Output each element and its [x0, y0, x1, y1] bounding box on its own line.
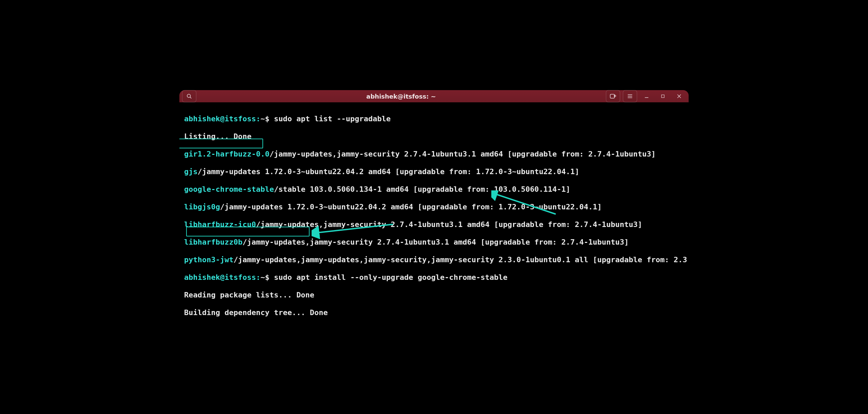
maximize-button[interactable]: [656, 90, 670, 102]
search-button[interactable]: [182, 90, 196, 102]
prompt-sep: :: [256, 115, 260, 123]
terminal-body[interactable]: abhishek@itsfoss:~$ sudo apt list --upgr…: [179, 102, 689, 324]
package-rest: /jammy-updates,jammy-updates,jammy-secur…: [234, 255, 689, 264]
package-name: libgjs0g: [184, 203, 220, 211]
prompt-symbol: $: [265, 273, 269, 282]
terminal-line: gir1.2-harfbuzz-0.0/jammy-updates,jammy-…: [184, 150, 684, 159]
svg-line-1: [190, 97, 191, 98]
terminal-line: abhishek@itsfoss:~$ sudo apt install --o…: [184, 273, 684, 282]
package-name: gjs: [184, 167, 198, 176]
terminal-line: abhishek@itsfoss:~$ sudo apt list --upgr…: [184, 115, 684, 123]
svg-rect-9: [662, 95, 664, 98]
terminal-line: libgjs0g/jammy-updates 1.72.0-3~ubuntu22…: [184, 203, 684, 211]
package-rest: /jammy-updates,jammy-security 2.7.4-1ubu…: [256, 220, 642, 229]
prompt-user-host: abhishek@itsfoss: [184, 273, 256, 282]
prompt-symbol: $: [265, 115, 269, 123]
close-icon: [676, 94, 682, 99]
search-icon: [186, 93, 192, 99]
new-tab-button[interactable]: [606, 90, 620, 102]
terminal-line: Building dependency tree... Done: [184, 308, 684, 317]
new-tab-icon: [610, 93, 616, 99]
minimize-icon: [644, 94, 649, 99]
prompt-user-host: abhishek@itsfoss: [184, 115, 256, 123]
package-rest: /jammy-updates,jammy-security 2.7.4-1ubu…: [270, 150, 656, 158]
package-rest: /jammy-updates 1.72.0-3~ubuntu22.04.2 am…: [198, 167, 579, 176]
package-rest: /jammy-updates,jammy-security 2.7.4-1ubu…: [242, 238, 629, 246]
prompt-path: ~: [260, 273, 265, 282]
command-text: sudo apt install --only-upgrade google-c…: [274, 273, 508, 282]
menu-button[interactable]: [623, 90, 637, 102]
close-button[interactable]: [672, 90, 686, 102]
prompt-path: ~: [260, 115, 265, 123]
minimize-button[interactable]: [640, 90, 653, 102]
hamburger-icon: [627, 93, 633, 99]
terminal-line: libharfbuzz-icu0/jammy-updates,jammy-sec…: [184, 220, 684, 229]
terminal-line: Listing... Done: [184, 132, 684, 141]
terminal-line: libharfbuzz0b/jammy-updates,jammy-securi…: [184, 238, 684, 247]
package-rest: /jammy-updates 1.72.0-3~ubuntu22.04.2 am…: [220, 203, 602, 211]
svg-rect-2: [610, 94, 615, 98]
terminal-line: gjs/jammy-updates 1.72.0-3~ubuntu22.04.2…: [184, 167, 684, 176]
package-rest: /stable 103.0.5060.134-1 amd64 [upgradab…: [274, 185, 570, 193]
package-name: libharfbuzz0b: [184, 238, 242, 246]
package-name: gir1.2-harfbuzz-0.0: [184, 150, 270, 158]
package-name: libharfbuzz-icu0: [184, 220, 256, 229]
terminal-line: python3-jwt/jammy-updates,jammy-updates,…: [184, 255, 684, 264]
package-name: google-chrome-stable: [184, 185, 274, 193]
prompt-sep: :: [256, 273, 260, 282]
command-text: sudo apt list --upgradable: [274, 115, 391, 123]
terminal-line: google-chrome-stable/stable 103.0.5060.1…: [184, 185, 684, 194]
package-name: python3-jwt: [184, 255, 234, 264]
window-title: abhishek@itsfoss: ~: [199, 93, 603, 100]
maximize-icon: [660, 94, 665, 99]
titlebar: abhishek@itsfoss: ~: [179, 90, 689, 102]
terminal-line: Reading package lists... Done: [184, 291, 684, 299]
terminal-window: abhishek@itsfoss: ~: [179, 90, 689, 324]
